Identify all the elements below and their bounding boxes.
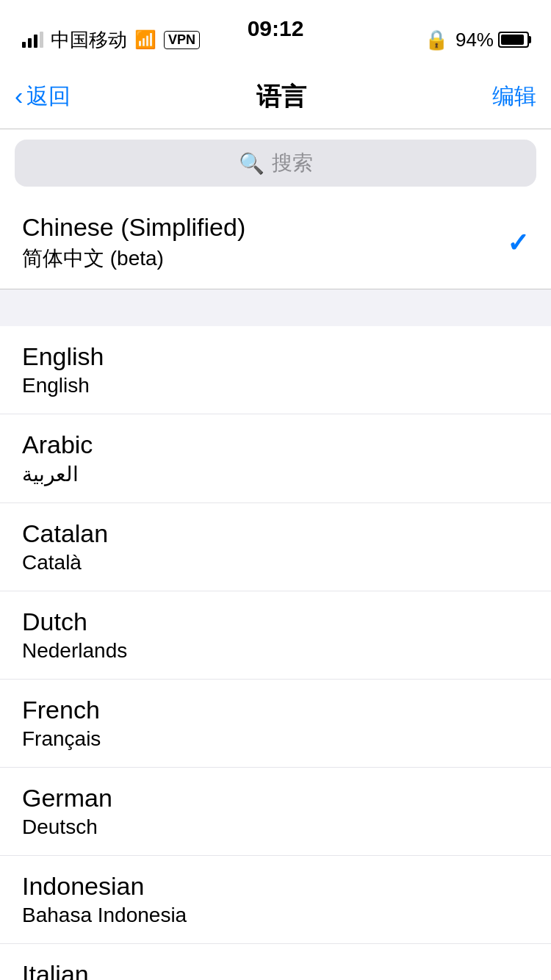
section-separator (0, 289, 551, 326)
language-list-item[interactable]: IndonesianBahasa Indonesia (0, 856, 551, 944)
time-label: 09:12 (248, 16, 304, 41)
selected-language-secondary: 简体中文 (beta) (22, 245, 245, 273)
language-list-item[interactable]: FrenchFrançais (0, 680, 551, 768)
selected-language-section: Chinese (Simplified) 简体中文 (beta) ✓ (0, 197, 551, 289)
language-list-item[interactable]: GermanDeutsch (0, 768, 551, 856)
language-list: EnglishEnglishArabicالعربيةCatalanCatalà… (0, 326, 551, 980)
battery-icon (498, 32, 529, 48)
language-secondary-label: Français (22, 727, 101, 751)
language-primary-label: English (22, 342, 104, 371)
selected-language-item[interactable]: Chinese (Simplified) 简体中文 (beta) ✓ (0, 197, 551, 289)
page-title: 语言 (256, 80, 306, 114)
search-container: 🔍 搜索 (0, 129, 551, 197)
battery-container: 94% (455, 29, 529, 51)
language-primary-label: Dutch (22, 608, 127, 636)
selected-language-text: Chinese (Simplified) 简体中文 (beta) (22, 213, 245, 273)
language-list-item[interactable]: CatalanCatalà (0, 503, 551, 591)
language-primary-label: Indonesian (22, 872, 187, 901)
chevron-left-icon: ‹ (15, 82, 23, 110)
language-text-group: GermanDeutsch (22, 784, 112, 839)
navigation-bar: ‹ 返回 语言 编辑 (0, 65, 551, 129)
vpn-badge: VPN (164, 31, 200, 49)
language-secondary-label: العربية (22, 462, 93, 486)
status-bar: 中国移动 📶 VPN 09:12 🔒 94% (0, 0, 551, 65)
search-icon: 🔍 (239, 151, 264, 176)
language-text-group: DutchNederlands (22, 608, 127, 663)
language-primary-label: Italian (22, 960, 89, 980)
language-primary-label: Arabic (22, 430, 93, 459)
checkmark-icon: ✓ (507, 228, 529, 259)
status-right: 🔒 94% (425, 29, 529, 51)
language-list-item[interactable]: Arabicالعربية (0, 414, 551, 503)
signal-icon (22, 32, 43, 48)
language-secondary-label: English (22, 374, 104, 397)
language-text-group: FrenchFrançais (22, 696, 101, 751)
back-button[interactable]: ‹ 返回 (15, 82, 71, 112)
language-list-item[interactable]: DutchNederlands (0, 591, 551, 680)
search-bar[interactable]: 🔍 搜索 (15, 140, 536, 187)
language-primary-label: Catalan (22, 519, 108, 548)
language-text-group: EnglishEnglish (22, 342, 104, 397)
back-label: 返回 (26, 82, 71, 112)
battery-fill (501, 35, 524, 45)
battery-percent: 94% (455, 29, 494, 51)
edit-button[interactable]: 编辑 (492, 82, 536, 112)
selected-language-primary: Chinese (Simplified) (22, 213, 245, 242)
language-primary-label: German (22, 784, 112, 813)
language-text-group: CatalanCatalà (22, 519, 108, 574)
lock-icon: 🔒 (425, 29, 448, 51)
wifi-icon: 📶 (134, 29, 156, 50)
language-text-group: IndonesianBahasa Indonesia (22, 872, 187, 927)
language-list-item[interactable]: EnglishEnglish (0, 326, 551, 414)
carrier-label: 中国移动 (51, 27, 127, 53)
language-secondary-label: Deutsch (22, 815, 112, 839)
language-secondary-label: Nederlands (22, 639, 127, 663)
language-text-group: ItalianItaliano (22, 960, 89, 980)
language-list-item[interactable]: ItalianItaliano (0, 944, 551, 980)
search-placeholder: 搜索 (272, 149, 313, 177)
status-left: 中国移动 📶 VPN (22, 27, 200, 53)
language-primary-label: French (22, 696, 101, 724)
language-secondary-label: Bahasa Indonesia (22, 904, 187, 927)
language-secondary-label: Català (22, 551, 108, 574)
language-text-group: Arabicالعربية (22, 430, 93, 486)
